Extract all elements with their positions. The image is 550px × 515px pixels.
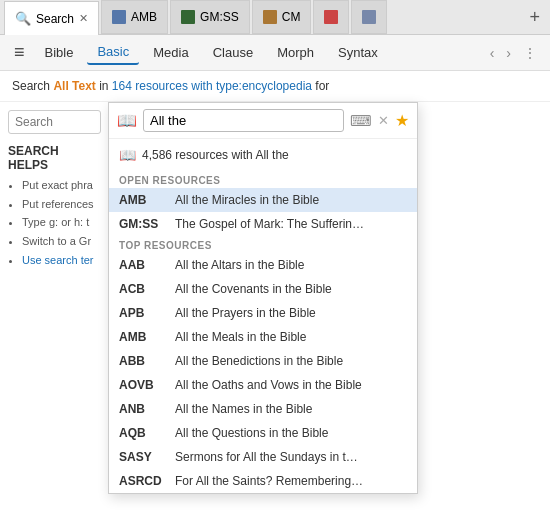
search-descriptor: Search All Text in 164 resources with ty…	[0, 71, 550, 102]
resources-link[interactable]: 164 resources with type:encyclopedia	[112, 79, 312, 93]
tab-amb[interactable]: AMB	[101, 0, 168, 34]
top-resource-acb[interactable]: ACB All the Covenants in the Bible	[109, 277, 417, 301]
resource-abbr: AMB	[119, 330, 167, 344]
cm-tab-icon	[263, 10, 277, 24]
nav-bar: ≡ Bible Basic Media Clause Morph Syntax …	[0, 35, 550, 71]
list-item: Put references	[22, 195, 101, 214]
resource-title: All the Miracles in the Bible	[175, 193, 319, 207]
open-resources-label: OPEN RESOURCES	[109, 171, 417, 188]
nav-media[interactable]: Media	[143, 41, 198, 64]
top-resource-sasy[interactable]: SASY Sermons for All the Sundays in t…	[109, 445, 417, 469]
resource-title: All the Benedictions in the Bible	[175, 354, 343, 368]
star-icon[interactable]: ★	[395, 111, 409, 130]
resource-abbr: ACB	[119, 282, 167, 296]
main-area: SEARCH HELPS Put exact phra Put referenc…	[0, 102, 550, 277]
resource-title: All the Altars in the Bible	[175, 258, 304, 272]
keyboard-icon[interactable]: ⌨	[350, 112, 372, 130]
search-helps-title: SEARCH HELPS	[8, 144, 101, 172]
tab-bar: 🔍 Search ✕ AMB GM:SS CM +	[0, 0, 550, 35]
tab-gmss[interactable]: GM:SS	[170, 0, 250, 34]
resource-title: All the Oaths and Vows in the Bible	[175, 378, 362, 392]
add-tab-button[interactable]: +	[523, 7, 546, 28]
chevron-left-icon[interactable]: ‹	[485, 43, 500, 63]
nav-clause[interactable]: Clause	[203, 41, 263, 64]
resource-abbr: ASRCD	[119, 474, 167, 488]
search-tab-icon: 🔍	[15, 11, 31, 26]
list-item: Use search ter	[22, 251, 101, 270]
nav-arrows: ‹ › ⋮	[485, 43, 542, 63]
results-count: 4,586 resources with All the	[142, 148, 289, 162]
search-suffix: for	[315, 79, 329, 93]
clear-icon[interactable]: ✕	[378, 113, 389, 128]
search-tab-close[interactable]: ✕	[79, 12, 88, 25]
open-resource-gmss[interactable]: GM:SS The Gospel of Mark: The Sufferin…	[109, 212, 417, 236]
amb-tab-label: AMB	[131, 10, 157, 24]
resource-abbr: ANB	[119, 402, 167, 416]
nav-bible[interactable]: Bible	[35, 41, 84, 64]
resource-title: All the Names in the Bible	[175, 402, 312, 416]
top-resource-aab[interactable]: AAB All the Altars in the Bible	[109, 253, 417, 277]
tab4-icon	[324, 10, 338, 24]
all-text-label: All Text	[53, 79, 95, 93]
tab-search[interactable]: 🔍 Search ✕	[4, 1, 99, 35]
top-resource-asrcd[interactable]: ASRCD For All the Saints? Remembering…	[109, 469, 417, 493]
top-resource-aovb[interactable]: AOVB All the Oaths and Vows in the Bible	[109, 373, 417, 397]
resource-title: All the Questions in the Bible	[175, 426, 328, 440]
resource-title: All the Covenants in the Bible	[175, 282, 332, 296]
menu-icon[interactable]: ≡	[8, 40, 31, 65]
tab-cm[interactable]: CM	[252, 0, 312, 34]
nav-morph[interactable]: Morph	[267, 41, 324, 64]
nav-basic[interactable]: Basic	[87, 40, 139, 65]
search-tab-label: Search	[36, 12, 74, 26]
search-input-row: 📖 ⌨ ✕ ★	[109, 103, 417, 139]
top-resources-label: TOP RESOURCES	[109, 236, 417, 253]
search-middle: in	[99, 79, 108, 93]
resource-abbr: AMB	[119, 193, 167, 207]
list-item: Put exact phra	[22, 176, 101, 195]
open-resource-amb[interactable]: AMB All the Miracles in the Bible	[109, 188, 417, 212]
resource-abbr: AQB	[119, 426, 167, 440]
resource-abbr: ABB	[119, 354, 167, 368]
sidebar-search-input[interactable]	[8, 110, 101, 134]
resource-title: All the Prayers in the Bible	[175, 306, 316, 320]
results-header: 📖 4,586 resources with All the	[109, 139, 417, 171]
tab-5[interactable]	[351, 0, 387, 34]
search-text-input[interactable]	[143, 109, 344, 132]
gmss-tab-label: GM:SS	[200, 10, 239, 24]
resource-abbr: SASY	[119, 450, 167, 464]
list-item: Switch to a Gr	[22, 232, 101, 251]
top-resource-anb[interactable]: ANB All the Names in the Bible	[109, 397, 417, 421]
resource-abbr: APB	[119, 306, 167, 320]
top-resource-apb[interactable]: APB All the Prayers in the Bible	[109, 301, 417, 325]
search-term-link[interactable]: Use search ter	[22, 254, 94, 266]
tab-4[interactable]	[313, 0, 349, 34]
top-resource-aqb[interactable]: AQB All the Questions in the Bible	[109, 421, 417, 445]
more-vert-icon[interactable]: ⋮	[518, 43, 542, 63]
resource-title: All the Meals in the Bible	[175, 330, 306, 344]
list-item: Type g: or h: t	[22, 213, 101, 232]
results-book-icon: 📖	[119, 147, 136, 163]
resource-title: The Gospel of Mark: The Sufferin…	[175, 217, 364, 231]
search-dropdown: 📖 ⌨ ✕ ★ 📖 4,586 resources with All the O…	[108, 102, 418, 494]
resource-abbr: GM:SS	[119, 217, 167, 231]
search-prefix: Search	[12, 79, 50, 93]
amb-tab-icon	[112, 10, 126, 24]
resource-abbr: AAB	[119, 258, 167, 272]
book-icon: 📖	[117, 111, 137, 130]
sidebar: SEARCH HELPS Put exact phra Put referenc…	[0, 102, 110, 277]
resource-abbr: AOVB	[119, 378, 167, 392]
resource-title: Sermons for All the Sundays in t…	[175, 450, 358, 464]
gmss-tab-icon	[181, 10, 195, 24]
top-resource-amb[interactable]: AMB All the Meals in the Bible	[109, 325, 417, 349]
top-resource-abb[interactable]: ABB All the Benedictions in the Bible	[109, 349, 417, 373]
tab5-icon	[362, 10, 376, 24]
nav-syntax[interactable]: Syntax	[328, 41, 388, 64]
resource-title: For All the Saints? Remembering…	[175, 474, 363, 488]
chevron-right-icon[interactable]: ›	[501, 43, 516, 63]
search-helps-list: Put exact phra Put references Type g: or…	[8, 176, 101, 269]
cm-tab-label: CM	[282, 10, 301, 24]
